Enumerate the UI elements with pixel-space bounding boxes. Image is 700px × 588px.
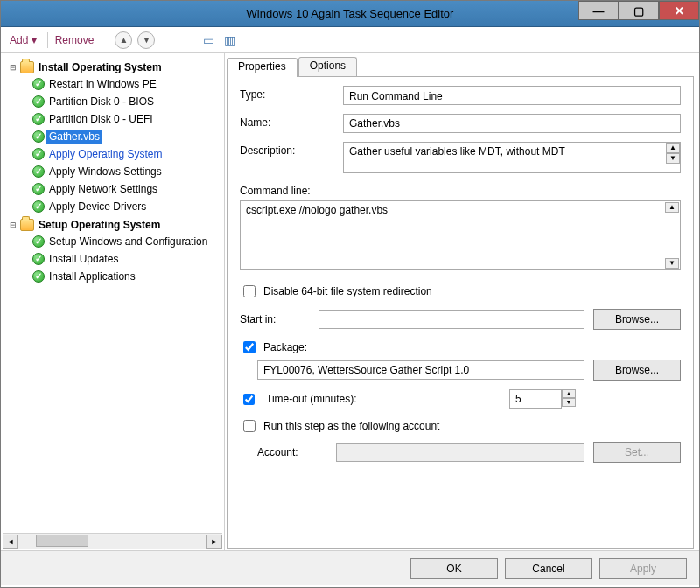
runas-label: Run this step as the following account — [263, 420, 439, 432]
commandline-input[interactable]: cscript.exe //nologo gather.vbs ▲ ▼ — [240, 200, 681, 270]
tree-item-apply-net-settings[interactable]: ✓Apply Network Settings — [18, 181, 222, 197]
tree-group-install-os[interactable]: ⊟ Install Operating System — [6, 60, 222, 75]
tab-properties[interactable]: Properties — [227, 58, 298, 77]
type-value: Run Command Line — [343, 86, 681, 105]
details-pane: Properties Options Type: Run Command Lin… — [225, 53, 699, 550]
add-button[interactable]: Add ▾ — [10, 34, 37, 46]
package-checkbox[interactable] — [243, 341, 256, 354]
collapse-icon[interactable]: ⊟ — [8, 63, 18, 72]
description-label: Description: — [240, 142, 336, 157]
tree-item-install-apps[interactable]: ✓Install Applications — [18, 269, 222, 284]
package-label: Package: — [263, 341, 307, 354]
account-label: Account: — [257, 446, 327, 458]
toolbar-separator — [47, 32, 48, 48]
timeout-stepper[interactable]: ▲ ▼ — [509, 389, 576, 409]
tab-options[interactable]: Options — [298, 57, 357, 76]
account-input — [336, 443, 584, 462]
timeout-input[interactable] — [509, 389, 562, 409]
check-icon: ✓ — [32, 165, 45, 178]
tree-item-restart-winpe[interactable]: ✓Restart in Windows PE — [18, 76, 222, 92]
check-icon: ✓ — [32, 235, 45, 248]
scroll-left-icon[interactable]: ◄ — [3, 535, 18, 549]
check-icon: ✓ — [32, 183, 45, 195]
check-icon: ✓ — [32, 270, 45, 283]
scroll-thumb[interactable] — [36, 535, 88, 547]
close-button[interactable]: ✕ — [659, 1, 699, 20]
disable-64bit-checkbox[interactable] — [243, 285, 256, 298]
name-input[interactable] — [343, 114, 681, 133]
startin-browse-button[interactable]: Browse... — [593, 309, 681, 330]
apply-button: Apply — [599, 558, 687, 579]
check-icon: ✓ — [32, 130, 45, 143]
check-icon: ✓ — [32, 253, 45, 265]
check-icon: ✓ — [32, 200, 45, 213]
check-icon: ✓ — [32, 148, 45, 160]
startin-label: Start in: — [240, 313, 310, 326]
scroll-right-icon[interactable]: ► — [206, 535, 222, 549]
tree-item-install-updates[interactable]: ✓Install Updates — [18, 251, 222, 267]
cancel-button[interactable]: Cancel — [505, 558, 592, 579]
name-label: Name: — [240, 114, 336, 129]
tree-item-partition-bios[interactable]: ✓Partition Disk 0 - BIOS — [18, 94, 222, 109]
disable-64bit-label: Disable 64-bit file system redirection — [263, 285, 432, 298]
move-down-icon[interactable]: ▼ — [137, 32, 155, 49]
package-browse-button[interactable]: Browse... — [593, 360, 681, 381]
description-input[interactable]: Gather useful variables like MDT, withou… — [343, 142, 681, 173]
title-bar: Windows 10 Again Task Sequence Editor — … — [1, 1, 699, 27]
scroll-down-icon[interactable]: ▼ — [666, 153, 680, 164]
check-icon: ✓ — [32, 113, 45, 125]
check-icon: ✓ — [32, 78, 45, 90]
ok-button[interactable]: OK — [410, 558, 498, 579]
type-label: Type: — [240, 86, 336, 101]
tree-item-apply-os[interactable]: ✓Apply Operating System — [18, 146, 222, 162]
task-tree[interactable]: ⊟ Install Operating System ✓Restart in W… — [3, 55, 222, 533]
startin-input[interactable] — [318, 310, 584, 329]
minimize-button[interactable]: — — [578, 1, 619, 20]
check-icon: ✓ — [32, 95, 45, 108]
runas-checkbox[interactable] — [243, 420, 256, 432]
spin-up-icon[interactable]: ▲ — [562, 389, 576, 398]
package-input[interactable] — [257, 360, 584, 380]
commandline-label: Command line: — [240, 185, 681, 197]
tree-hscrollbar[interactable]: ◄ ► — [3, 533, 222, 549]
scroll-up-icon[interactable]: ▲ — [666, 143, 680, 153]
tree-pane: ⊟ Install Operating System ✓Restart in W… — [1, 53, 225, 550]
tree-item-partition-uefi[interactable]: ✓Partition Disk 0 - UEFI — [18, 111, 222, 127]
scroll-up-icon[interactable]: ▲ — [665, 202, 679, 213]
spin-down-icon[interactable]: ▼ — [562, 398, 576, 407]
maximize-button[interactable]: ▢ — [619, 1, 659, 20]
timeout-label: Time-out (minutes): — [266, 393, 380, 405]
new-group-icon[interactable]: ▭ — [200, 32, 216, 48]
folder-icon — [20, 219, 34, 231]
tree-item-setup-windows[interactable]: ✓Setup Windows and Configuration — [18, 234, 222, 249]
toolbar: Add ▾ Remove ▲ ▼ ▭ ▥ — [1, 27, 699, 53]
scroll-down-icon[interactable]: ▼ — [665, 258, 679, 269]
timeout-checkbox[interactable] — [243, 394, 255, 405]
properties-icon[interactable]: ▥ — [221, 32, 237, 48]
tree-item-apply-win-settings[interactable]: ✓Apply Windows Settings — [18, 164, 222, 179]
remove-button[interactable]: Remove — [55, 34, 94, 46]
set-account-button: Set... — [593, 442, 681, 463]
tree-item-apply-drivers[interactable]: ✓Apply Device Drivers — [18, 199, 222, 214]
tree-item-gather-vbs[interactable]: ✓Gather.vbs — [18, 129, 222, 144]
folder-icon — [20, 61, 34, 74]
move-up-icon[interactable]: ▲ — [115, 32, 132, 49]
dialog-buttons: OK Cancel Apply — [1, 550, 699, 585]
collapse-icon[interactable]: ⊟ — [8, 220, 18, 229]
tree-group-setup-os[interactable]: ⊟ Setup Operating System — [6, 217, 222, 233]
